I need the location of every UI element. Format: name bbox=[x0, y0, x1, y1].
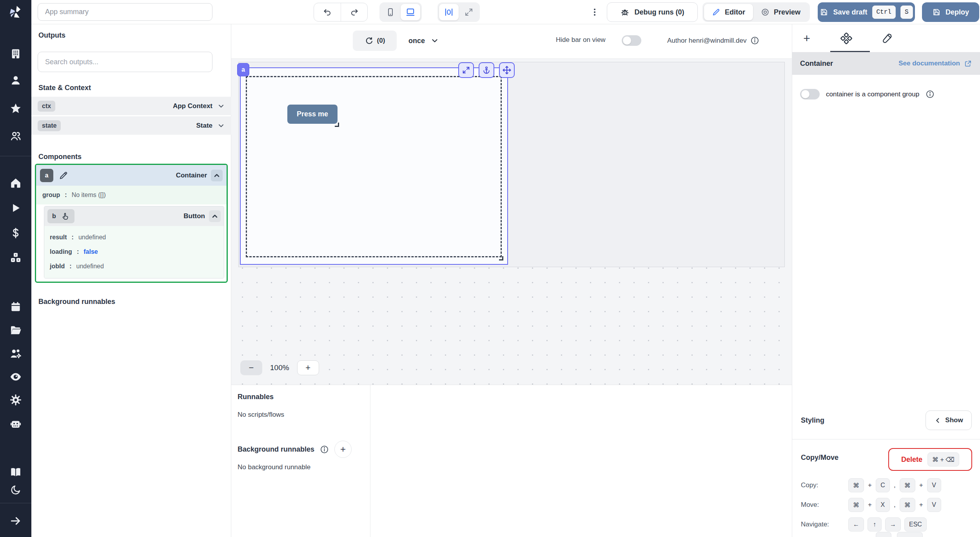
sidebar-item-schedules[interactable] bbox=[9, 300, 22, 313]
diamond-grid-icon bbox=[840, 33, 852, 44]
eye-icon bbox=[9, 370, 22, 383]
sidebar-item-docs[interactable] bbox=[9, 466, 22, 478]
container-id-tag[interactable]: a bbox=[237, 63, 249, 76]
desktop-view-button[interactable] bbox=[401, 4, 420, 20]
undo-button[interactable] bbox=[314, 3, 341, 21]
key-cmd: ⌘ bbox=[848, 498, 864, 512]
state-key-badge: state bbox=[38, 120, 61, 131]
add-background-runnable-button[interactable]: + bbox=[334, 441, 352, 458]
top-toolbar: Debug runs (0) Editor Preview Save draft… bbox=[0, 0, 980, 24]
sidebar-item-variables[interactable] bbox=[9, 227, 22, 239]
tab-styling[interactable] bbox=[878, 30, 896, 47]
see-documentation-link[interactable]: See documentation bbox=[898, 60, 972, 68]
tab-preview[interactable]: Preview bbox=[753, 4, 808, 20]
tab-component-settings[interactable] bbox=[838, 30, 855, 47]
sidebar-item-resources[interactable] bbox=[9, 251, 22, 264]
more-options-button[interactable] bbox=[588, 5, 601, 19]
prop-result: result : undefined bbox=[50, 230, 224, 244]
app-summary-input[interactable] bbox=[38, 3, 212, 21]
component-group-toggle[interactable] bbox=[800, 89, 820, 99]
sidebar-item-workspace[interactable] bbox=[9, 47, 22, 60]
zoom-out-button[interactable]: − bbox=[240, 360, 262, 375]
sidebar-item-home[interactable] bbox=[9, 177, 22, 189]
kebab-menu-icon bbox=[590, 7, 599, 17]
sidebar-item-folders[interactable] bbox=[9, 324, 22, 336]
component-a-type: Container bbox=[176, 172, 207, 179]
container-resize-handle[interactable] bbox=[499, 256, 503, 260]
debug-runs-button[interactable]: Debug runs (0) bbox=[607, 2, 698, 22]
component-settings-panel: + Container See documentation container … bbox=[792, 24, 980, 537]
editor-preview-toggle: Editor Preview bbox=[702, 2, 810, 22]
button-resize-handle[interactable] bbox=[335, 123, 339, 127]
tab-editor[interactable]: Editor bbox=[704, 4, 753, 20]
key-separator: , bbox=[893, 501, 896, 509]
sidebar-item-settings[interactable] bbox=[9, 394, 22, 406]
key-separator: + bbox=[919, 481, 924, 489]
dark-mode-toggle[interactable] bbox=[9, 484, 22, 496]
info-icon[interactable] bbox=[926, 90, 935, 99]
component-row-button-b[interactable]: b Button bbox=[44, 206, 224, 226]
sidebar-item-workers[interactable] bbox=[9, 347, 22, 360]
anchor-component-button[interactable] bbox=[479, 62, 494, 78]
prop-value: undefined bbox=[76, 263, 104, 270]
sidebar-item-user[interactable] bbox=[9, 74, 22, 87]
container-group-prop: group : No items ([]) bbox=[36, 186, 227, 204]
chevron-up-icon bbox=[211, 212, 219, 220]
book-icon bbox=[9, 466, 22, 478]
sidebar-item-runs[interactable] bbox=[9, 202, 22, 214]
mobile-icon bbox=[386, 7, 395, 17]
windmill-logo-icon bbox=[7, 4, 24, 20]
sidebar-item-groups[interactable] bbox=[9, 130, 22, 142]
sidebar-item-favorites[interactable] bbox=[9, 102, 22, 115]
zoom-in-button[interactable]: + bbox=[297, 360, 319, 375]
prop-loading: loading : false bbox=[50, 244, 224, 259]
show-button-label: Show bbox=[945, 416, 963, 424]
refresh-components-button[interactable]: (0) bbox=[353, 31, 397, 51]
expand-component-button[interactable] bbox=[458, 62, 474, 78]
home-icon bbox=[9, 177, 22, 189]
canvas-button-component[interactable]: Press me bbox=[287, 105, 338, 124]
panel-divider bbox=[370, 385, 370, 537]
collapse-container-button[interactable] bbox=[211, 170, 223, 181]
components-title: Components bbox=[38, 153, 82, 161]
info-icon[interactable] bbox=[320, 445, 329, 454]
component-header-bar: Container See documentation bbox=[792, 52, 980, 75]
move-component-button[interactable] bbox=[499, 62, 515, 78]
key-arrow-up: ↑ bbox=[867, 517, 882, 532]
expand-sidebar-button[interactable] bbox=[9, 515, 22, 527]
container-component-selected[interactable]: a Press me bbox=[240, 67, 508, 265]
info-icon[interactable] bbox=[750, 36, 759, 45]
app-surface[interactable]: a Press me bbox=[238, 62, 785, 267]
doc-link-label: See documentation bbox=[898, 60, 960, 67]
windmill-logo[interactable] bbox=[0, 0, 31, 24]
user-group-icon bbox=[9, 130, 22, 142]
sidebar-item-ai[interactable] bbox=[9, 418, 22, 430]
debug-runs-label: Debug runs (0) bbox=[634, 8, 684, 16]
shortcut-row-move: Move: ⌘ + X , ⌘ + V bbox=[801, 498, 941, 512]
author-label: Author henri@windmill.dev bbox=[667, 37, 746, 45]
deploy-button[interactable]: Deploy bbox=[922, 2, 979, 22]
context-row-state[interactable]: state State bbox=[31, 116, 231, 135]
outputs-title: Outputs bbox=[38, 31, 65, 40]
kbd-s: S bbox=[900, 5, 913, 19]
container-drop-zone[interactable] bbox=[246, 76, 502, 257]
search-outputs-input[interactable] bbox=[38, 52, 212, 72]
centered-layout-button[interactable] bbox=[439, 4, 459, 20]
show-styling-button[interactable]: Show bbox=[926, 410, 972, 430]
background-runnables-title: Background runnables bbox=[38, 298, 115, 306]
context-row-ctx[interactable]: ctx App Context bbox=[31, 97, 231, 115]
users-gear-icon bbox=[9, 347, 22, 360]
refresh-mode-dropdown[interactable]: once bbox=[408, 31, 439, 51]
settings-tabs: + bbox=[792, 24, 980, 52]
tab-insert-component[interactable]: + bbox=[798, 30, 815, 47]
component-row-container-a[interactable]: a Container bbox=[36, 165, 227, 186]
mobile-view-button[interactable] bbox=[381, 4, 400, 20]
hide-bar-toggle[interactable] bbox=[622, 35, 641, 46]
delete-component-button[interactable]: Delete ⌘ + ⌫ bbox=[888, 448, 972, 471]
fullwidth-layout-button[interactable] bbox=[459, 4, 478, 20]
collapse-button-button[interactable] bbox=[209, 210, 221, 222]
save-draft-button[interactable]: Save draft Ctrl S bbox=[818, 2, 915, 22]
component-b-badge: b bbox=[47, 209, 74, 223]
sidebar-item-audit[interactable] bbox=[9, 371, 22, 383]
redo-button[interactable] bbox=[341, 3, 367, 21]
